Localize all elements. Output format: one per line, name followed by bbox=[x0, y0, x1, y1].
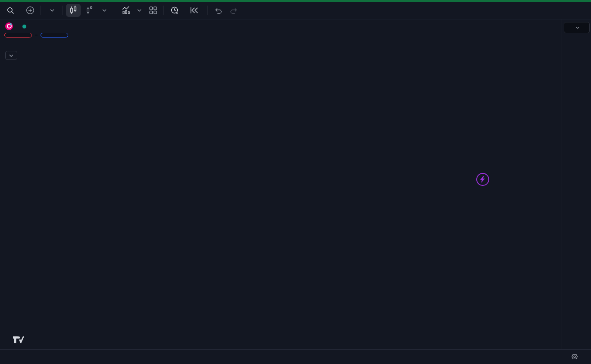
chevron-down-icon bbox=[50, 9, 54, 12]
alert-button[interactable] bbox=[167, 4, 185, 17]
candlestick-chart-icon bbox=[69, 6, 78, 15]
bolt-icon bbox=[480, 176, 485, 183]
price-scale[interactable] bbox=[562, 19, 591, 349]
top-toolbar bbox=[0, 2, 591, 19]
chart-style-alt-button[interactable] bbox=[82, 4, 96, 17]
tradingview-window bbox=[0, 0, 591, 364]
sell-button[interactable] bbox=[4, 33, 32, 38]
compare-add-button[interactable] bbox=[23, 4, 38, 17]
symbol-info-row bbox=[5, 22, 32, 30]
toolbar-divider bbox=[41, 6, 41, 15]
time-scale[interactable] bbox=[0, 349, 591, 364]
chevron-down-icon bbox=[137, 9, 141, 12]
chevron-down-icon bbox=[102, 9, 107, 12]
indicators-button[interactable] bbox=[118, 4, 145, 17]
indicators-icon bbox=[122, 6, 131, 15]
toolbar-divider bbox=[163, 6, 164, 15]
chart-style-candles-button[interactable] bbox=[66, 4, 81, 17]
chevron-down-icon bbox=[576, 27, 579, 29]
replay-rewind-icon bbox=[190, 7, 198, 14]
currency-toggle-button[interactable] bbox=[564, 22, 590, 33]
hollow-candle-icon bbox=[85, 6, 93, 15]
market-status-icon[interactable] bbox=[22, 25, 26, 28]
timeframe-menu-button[interactable] bbox=[45, 4, 60, 17]
lightning-drawing-icon[interactable] bbox=[476, 173, 489, 186]
tradingview-mark-icon bbox=[13, 336, 24, 344]
toolbar-divider bbox=[115, 6, 115, 15]
toolbar-divider bbox=[63, 6, 63, 15]
redo-arrow-icon bbox=[229, 7, 238, 14]
trade-panel bbox=[4, 33, 68, 38]
redo-button[interactable] bbox=[226, 4, 241, 17]
chevron-down-icon bbox=[9, 54, 13, 57]
scale-settings-icon[interactable] bbox=[569, 352, 580, 361]
chart-style-menu-button[interactable] bbox=[97, 4, 112, 17]
hexagon-settings-icon bbox=[571, 353, 578, 361]
symbol-search-button[interactable] bbox=[3, 4, 22, 17]
layout-grid-icon bbox=[149, 6, 157, 15]
spread-value bbox=[35, 35, 38, 36]
replay-button[interactable] bbox=[186, 4, 204, 17]
top-strip bbox=[0, 0, 591, 2]
undo-arrow-icon bbox=[214, 7, 223, 14]
search-icon bbox=[7, 7, 14, 14]
polkadot-logo-icon bbox=[5, 22, 13, 30]
collapse-panel-button[interactable] bbox=[5, 51, 17, 60]
alert-clock-icon bbox=[170, 6, 179, 15]
chart-canvas[interactable] bbox=[0, 0, 591, 364]
tradingview-logo[interactable] bbox=[13, 336, 28, 344]
toolbar-divider bbox=[207, 6, 208, 15]
undo-button[interactable] bbox=[211, 4, 226, 17]
plus-circle-icon bbox=[26, 6, 35, 15]
layout-grid-button[interactable] bbox=[146, 4, 160, 17]
buy-button[interactable] bbox=[41, 33, 68, 38]
chart-stage bbox=[0, 0, 591, 364]
